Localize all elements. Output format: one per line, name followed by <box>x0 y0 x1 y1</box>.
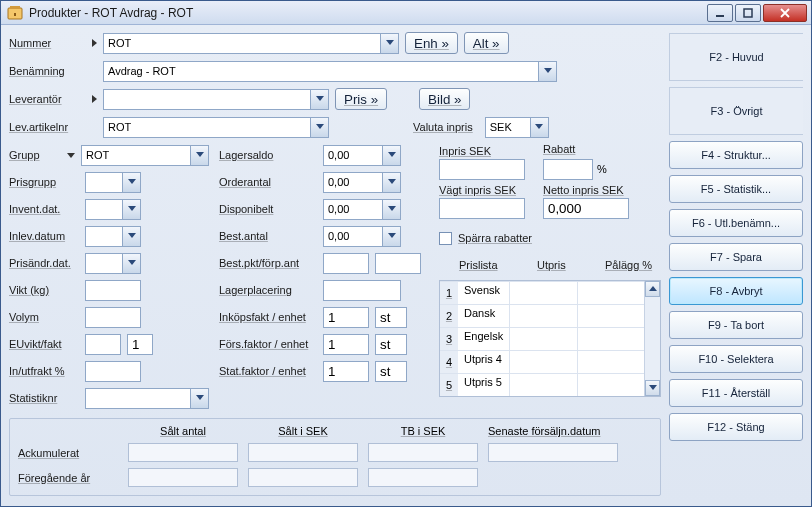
benamning-combo[interactable]: Avdrag - ROT <box>103 61 557 82</box>
palagg-input[interactable] <box>577 328 644 350</box>
pris-button[interactable]: Pris » <box>335 88 387 110</box>
statfaktor-unit[interactable] <box>375 361 407 382</box>
dropdown-icon[interactable] <box>122 227 140 246</box>
inkopsfakt-input[interactable] <box>323 307 369 328</box>
scroll-up-icon[interactable] <box>645 281 660 297</box>
vagt-input[interactable] <box>439 198 525 219</box>
disponibelt-input[interactable]: 0,00 <box>323 199 401 220</box>
leverantor-combo[interactable] <box>103 89 329 110</box>
expand-icon[interactable] <box>92 39 97 47</box>
palagg-input[interactable] <box>577 282 644 304</box>
statistiknr-label: Statistiknr <box>9 392 79 404</box>
levartikelnr-combo[interactable]: ROT <box>103 117 329 138</box>
lagersaldo-input[interactable]: 0,00 <box>323 145 401 166</box>
netto-input[interactable] <box>543 198 629 219</box>
scrollbar[interactable] <box>644 281 660 396</box>
sparra-checkbox[interactable] <box>439 232 452 245</box>
dropdown-icon[interactable] <box>122 173 140 192</box>
forsfaktor-input[interactable] <box>323 334 369 355</box>
volym-input[interactable] <box>85 307 141 328</box>
dropdown-icon[interactable] <box>530 118 548 137</box>
dropdown-icon[interactable] <box>382 227 400 246</box>
f11-aterstall-button[interactable]: F11 - Återställ <box>669 379 803 407</box>
inventdat-input[interactable] <box>85 199 141 220</box>
prislista-name: Utpris 5 <box>458 374 509 396</box>
f4-struktur-button[interactable]: F4 - Struktur... <box>669 141 803 169</box>
euviktfakt-input-2[interactable] <box>127 334 153 355</box>
lagerplacering-input[interactable] <box>323 280 401 301</box>
dropdown-icon[interactable] <box>190 389 208 408</box>
statistiknr-combo[interactable] <box>85 388 209 409</box>
column-left: Grupp ROT Prisgrupp Invent.dat. Inlev.da… <box>9 143 209 410</box>
tb-sek-header: TB i SEK <box>368 425 478 437</box>
vikt-label: Vikt (kg) <box>9 284 79 296</box>
orderantal-input[interactable]: 0,00 <box>323 172 401 193</box>
maximize-button[interactable] <box>735 4 761 22</box>
row-leverantor: Leverantör Pris » Bild » <box>9 87 661 111</box>
salt-antal-header: Sålt antal <box>128 425 238 437</box>
utpris-input[interactable] <box>509 328 576 350</box>
expand-icon[interactable] <box>92 95 97 103</box>
f5-statistik-button[interactable]: F5 - Statistik... <box>669 175 803 203</box>
ack-tb-sek <box>368 443 478 462</box>
inlevdatum-input[interactable] <box>85 226 141 247</box>
row-index: 2 <box>440 305 458 328</box>
utpris-input[interactable] <box>509 282 576 304</box>
scroll-down-icon[interactable] <box>645 380 660 396</box>
rabatt-input[interactable] <box>543 159 593 180</box>
minimize-button[interactable] <box>707 4 733 22</box>
dropdown-icon[interactable] <box>190 146 208 165</box>
dropdown-icon[interactable] <box>538 62 556 81</box>
forsfaktor-unit[interactable] <box>375 334 407 355</box>
col-utpris: Utpris <box>537 259 605 271</box>
utpris-input[interactable] <box>509 305 576 327</box>
utpris-input[interactable] <box>509 351 576 373</box>
statfaktor-input[interactable] <box>323 361 369 382</box>
euviktfakt-input-1[interactable] <box>85 334 121 355</box>
dropdown-icon[interactable] <box>310 118 328 137</box>
chevron-down-icon[interactable] <box>67 153 75 158</box>
salt-sek-header: Sålt i SEK <box>248 425 358 437</box>
f7-spara-button[interactable]: F7 - Spara <box>669 243 803 271</box>
senaste-header: Senaste försäljn.datum <box>488 425 618 437</box>
grupp-combo[interactable]: ROT <box>81 145 209 166</box>
f10-selektera-button[interactable]: F10 - Selektera <box>669 345 803 373</box>
tab-f3-ovrigt[interactable]: F3 - Övrigt <box>669 87 803 135</box>
palagg-input[interactable] <box>577 374 644 396</box>
bild-button[interactable]: Bild » <box>419 88 470 110</box>
dropdown-icon[interactable] <box>122 254 140 273</box>
nummer-combo[interactable]: ROT <box>103 33 399 54</box>
vikt-input[interactable] <box>85 280 141 301</box>
inutfrakt-input[interactable] <box>85 361 141 382</box>
dropdown-icon[interactable] <box>310 90 328 109</box>
close-button[interactable] <box>763 4 807 22</box>
dropdown-icon[interactable] <box>382 146 400 165</box>
prisandrdat-input[interactable] <box>85 253 141 274</box>
f9-tabort-button[interactable]: F9 - Ta bort <box>669 311 803 339</box>
dropdown-icon[interactable] <box>380 34 398 53</box>
bestpkt-input-2[interactable] <box>375 253 421 274</box>
alt-button[interactable]: Alt » <box>464 32 509 54</box>
f8-avbryt-button[interactable]: F8 - Avbryt <box>669 277 803 305</box>
inlevdatum-label: Inlev.datum <box>9 230 79 242</box>
bestantal-input[interactable]: 0,00 <box>323 226 401 247</box>
table-row: 2Dansk <box>440 305 644 328</box>
palagg-input[interactable] <box>577 305 644 327</box>
rabatt-label: Rabatt <box>543 143 607 155</box>
f6-utlbenamn-button[interactable]: F6 - Utl.benämn... <box>669 209 803 237</box>
prisgrupp-combo[interactable] <box>85 172 141 193</box>
palagg-input[interactable] <box>577 351 644 373</box>
dropdown-icon[interactable] <box>382 173 400 192</box>
benamning-label: Benämning <box>9 65 65 77</box>
bestpkt-input-1[interactable] <box>323 253 369 274</box>
dropdown-icon[interactable] <box>382 200 400 219</box>
f12-stang-button[interactable]: F12 - Stäng <box>669 413 803 441</box>
valuta-combo[interactable]: SEK <box>485 117 549 138</box>
tab-f2-huvud[interactable]: F2 - Huvud <box>669 33 803 81</box>
inkopsfakt-unit[interactable] <box>375 307 407 328</box>
inpris-input[interactable] <box>439 159 525 180</box>
enh-button[interactable]: Enh » <box>405 32 458 54</box>
dropdown-icon[interactable] <box>122 200 140 219</box>
statfaktor-label: Stat.faktor / enhet <box>219 365 317 377</box>
utpris-input[interactable] <box>509 374 576 396</box>
